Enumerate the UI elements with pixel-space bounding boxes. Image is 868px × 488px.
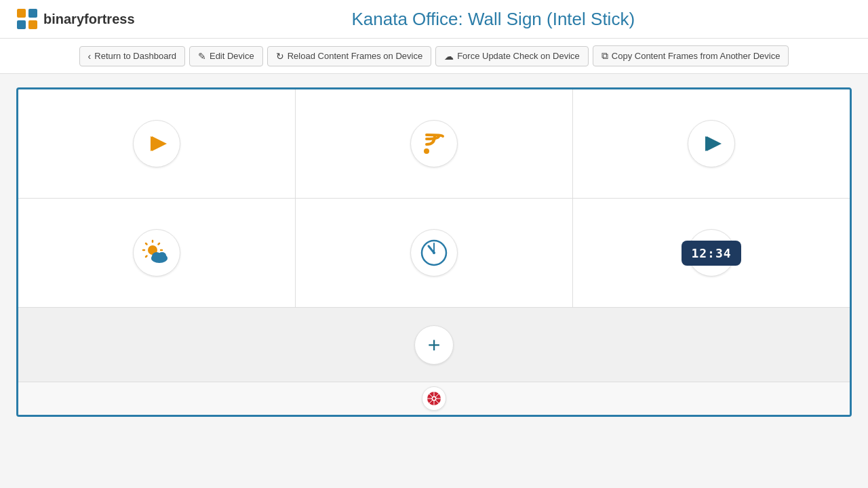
- play-orange-icon: [144, 131, 170, 157]
- chevron-left-icon: ‹: [88, 51, 92, 62]
- add-content-button[interactable]: +: [414, 325, 454, 365]
- pencil-icon: ✎: [198, 51, 206, 62]
- logo-text: binaryfortress: [43, 12, 135, 27]
- svg-rect-3: [28, 20, 37, 29]
- copy-content-label: Copy Content Frames from Another Device: [612, 51, 781, 61]
- force-update-label: Force Update Check on Device: [457, 51, 580, 61]
- cell-1-2[interactable]: [296, 89, 573, 198]
- copy-content-button[interactable]: ⧉ Copy Content Frames from Another Devic…: [593, 45, 789, 66]
- svg-rect-0: [17, 9, 26, 18]
- svg-line-16: [146, 256, 147, 258]
- logo-area: binaryfortress: [16, 8, 135, 30]
- svg-line-23: [429, 246, 434, 253]
- plus-icon: +: [428, 334, 441, 356]
- svg-rect-1: [28, 9, 37, 18]
- svg-point-20: [158, 252, 166, 259]
- add-content-row[interactable]: +: [18, 308, 850, 382]
- cell-1-1[interactable]: [18, 89, 296, 198]
- return-dashboard-button[interactable]: ‹ Return to Dashboard: [79, 46, 185, 66]
- digital-clock-badge: 12:34: [682, 241, 741, 266]
- cloud-icon: ☁: [444, 51, 454, 62]
- cell-1-3[interactable]: [573, 89, 850, 198]
- analog-clock-icon: [419, 238, 449, 268]
- logo-bold: fortress: [84, 12, 134, 26]
- svg-point-31: [433, 397, 435, 400]
- media-player-1-icon: [133, 120, 180, 167]
- cell-2-3[interactable]: 12:34: [573, 199, 850, 307]
- grid-rows: 12:34 +: [18, 89, 850, 415]
- play-teal-icon: [698, 131, 724, 157]
- edit-device-button[interactable]: ✎ Edit Device: [189, 46, 263, 66]
- copy-icon: ⧉: [601, 50, 608, 62]
- main-content: 12:34 +: [0, 74, 868, 430]
- cbc-logo-icon: [426, 390, 442, 407]
- logo-regular: binary: [43, 12, 84, 26]
- grid-row-1: [18, 89, 850, 199]
- return-dashboard-label: Return to Dashboard: [94, 51, 176, 61]
- svg-rect-2: [17, 20, 26, 29]
- media-player-2-icon-container: [688, 120, 735, 167]
- digital-clock-icon-container: 12:34: [688, 229, 735, 277]
- cell-2-1[interactable]: [18, 199, 296, 307]
- svg-marker-8: [707, 136, 722, 151]
- weather-icon-container: [133, 229, 180, 277]
- device-grid-container: 12:34 +: [16, 87, 852, 417]
- cbc-logo-container: [422, 386, 446, 411]
- reload-icon: ↻: [276, 51, 284, 62]
- grid-row-2: 12:34: [18, 199, 850, 308]
- svg-line-14: [146, 243, 147, 245]
- edit-device-label: Edit Device: [210, 51, 254, 61]
- reload-content-button[interactable]: ↻ Reload Content Frames on Device: [267, 46, 431, 66]
- rss-icon: [421, 131, 447, 157]
- page-title: Kanata Office: Wall Sign (Intel Stick): [135, 9, 852, 30]
- rss-feed-icon-container: [410, 120, 458, 167]
- svg-point-6: [424, 148, 429, 154]
- header: binaryfortress Kanata Office: Wall Sign …: [0, 0, 868, 39]
- status-row[interactable]: [18, 382, 850, 415]
- analog-clock-icon-container: [410, 229, 458, 277]
- force-update-button[interactable]: ☁ Force Update Check on Device: [435, 46, 589, 66]
- reload-content-label: Reload Content Frames on Device: [288, 51, 422, 61]
- cell-2-2[interactable]: [296, 199, 573, 307]
- svg-marker-5: [152, 136, 167, 151]
- weather-icon: [142, 238, 172, 268]
- svg-line-17: [159, 243, 160, 245]
- toolbar: ‹ Return to Dashboard ✎ Edit Device ↻ Re…: [0, 39, 868, 74]
- binaryfortress-logo-icon: [16, 8, 38, 30]
